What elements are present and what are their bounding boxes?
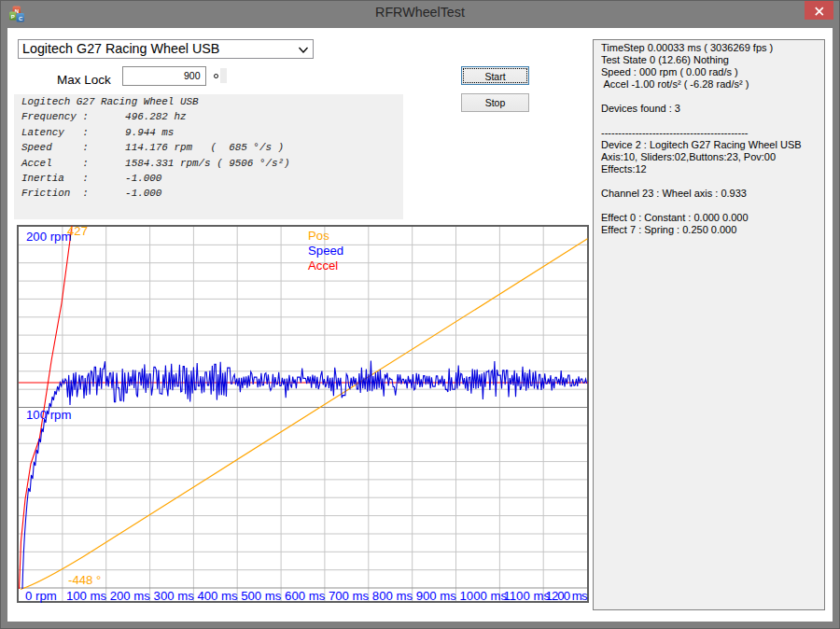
svg-text:1100 ms: 1100 ms <box>503 589 550 603</box>
svg-text:700 ms: 700 ms <box>329 589 370 603</box>
svg-text:-448 °: -448 ° <box>68 573 101 587</box>
svg-text:900 ms: 900 ms <box>416 589 457 603</box>
svg-text:Accel: Accel <box>308 259 338 273</box>
svg-text:200 ms: 200 ms <box>110 589 151 603</box>
svg-text:427: 427 <box>67 225 88 238</box>
svg-text:0 rpm: 0 rpm <box>25 589 57 603</box>
svg-text:500 ms: 500 ms <box>241 589 282 603</box>
svg-text:800 ms: 800 ms <box>372 589 413 603</box>
svg-text:P: P <box>11 14 15 20</box>
svg-text:1000 ms: 1000 ms <box>460 589 508 603</box>
svg-text:400 ms: 400 ms <box>197 589 238 603</box>
svg-text:Speed: Speed <box>308 244 343 258</box>
svg-text:200 rpm: 200 rpm <box>26 230 71 244</box>
svg-text:Pos: Pos <box>308 229 329 243</box>
svg-text:600 ms: 600 ms <box>285 589 326 603</box>
svg-text:1200 ms: 1200 ms <box>546 589 588 603</box>
svg-text:100 rpm: 100 rpm <box>26 408 71 422</box>
svg-text:C: C <box>19 16 23 21</box>
svg-text:100 ms: 100 ms <box>66 589 107 603</box>
svg-text:300 ms: 300 ms <box>154 589 195 603</box>
